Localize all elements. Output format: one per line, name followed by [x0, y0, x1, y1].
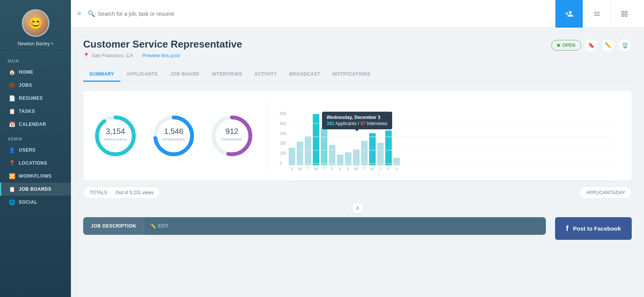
status-badge[interactable]: OPEN — [551, 40, 581, 51]
job-desc-header: JOB DESCRIPTION ✏️ EDIT — [83, 217, 546, 235]
bookmark-button[interactable]: 🔖 — [584, 38, 598, 52]
preview-link[interactable]: Preview this post — [142, 53, 180, 58]
svg-text:912: 912 — [225, 127, 238, 135]
job-description-card: JOB DESCRIPTION ✏️ EDIT — [83, 217, 546, 235]
main-section-label: Main — [0, 53, 71, 66]
edit-button[interactable]: ✏️ — [601, 38, 615, 52]
sidebar-item-users[interactable]: 👤 USERS — [0, 144, 71, 157]
add-user-button[interactable] — [555, 0, 583, 28]
interviews-stat: 1,546 INTERVIEWS — [151, 113, 197, 159]
location-icon: 📍 — [83, 53, 89, 58]
bar-7 — [337, 155, 343, 165]
totals-pill[interactable]: TOTALS · Out of 5,231 views — [83, 186, 160, 199]
home-icon: 🏠 — [9, 69, 15, 75]
tabs: SUMMARY APPLICANTS JOB BOARD INTERVIEWS … — [83, 68, 632, 82]
status-dot — [557, 44, 560, 47]
facebook-icon: f — [566, 224, 568, 233]
svg-point-1 — [97, 117, 134, 154]
bar-5 — [321, 128, 327, 165]
search-bar: 🔍 — [87, 10, 555, 17]
tooltip-val: 382 Applicants / 37 Interviews — [327, 121, 388, 126]
page-content: Customer Service Representative 📍 San Fr… — [71, 28, 644, 297]
tab-broadcast[interactable]: BROADCAST — [283, 68, 326, 82]
sidebar-item-workflows[interactable]: 🔀 WORKFLOWS — [0, 170, 71, 183]
collapse-row: ∧ — [83, 199, 632, 217]
locations-icon: 📍 — [9, 160, 15, 166]
interviews-donut: 1,546 INTERVIEWS — [151, 113, 197, 159]
forwards-donut: 912 FORWARDS — [209, 113, 255, 159]
topbar: ≡ 🔍 — [71, 0, 644, 28]
edit-description-button[interactable]: ✏️ EDIT — [144, 217, 175, 235]
menu-icon[interactable]: ≡ — [77, 10, 81, 18]
sidebar: 😊 Newton Barley ▾ Main 🏠 HOME 💼 JOBS 📄 R… — [0, 0, 71, 297]
applicants-stat: 3,154 APPLICANTS — [92, 113, 138, 159]
sidebar-item-social[interactable]: 🌐 SOCIAL — [0, 196, 71, 209]
bottom-section: JOB DESCRIPTION ✏️ EDIT f Post to Facebo… — [83, 217, 632, 240]
applicants-day-pill[interactable]: APPLICANTS/DAY — [580, 186, 632, 199]
svg-text:1,546: 1,546 — [164, 127, 183, 135]
sidebar-profile: 😊 Newton Barley ▾ — [0, 0, 71, 53]
resumes-icon: 📄 — [9, 95, 15, 101]
grid-view-button[interactable] — [610, 0, 638, 28]
job-header: Customer Service Representative 📍 San Fr… — [83, 38, 632, 58]
sidebar-item-calendar[interactable]: 📅 CALENDAR — [0, 118, 71, 131]
tab-interviews[interactable]: INTERVIEWS — [205, 68, 248, 82]
svg-text:FORWARDS: FORWARDS — [222, 138, 243, 141]
bar-11 — [369, 133, 376, 165]
bar-12 — [377, 143, 384, 165]
bar-9 — [353, 149, 360, 165]
applicants-donut: 3,154 APPLICANTS — [92, 113, 138, 159]
post-to-facebook-button[interactable]: f Post to Facebook — [555, 217, 632, 240]
list-view-button[interactable] — [583, 0, 610, 28]
bar-10 — [361, 141, 368, 165]
chart-tooltip: Wednesday, December 3 382 Applicants / 3… — [322, 112, 392, 129]
social-icon: 🌐 — [9, 199, 15, 205]
avatar: 😊 — [22, 9, 49, 37]
bar-2 — [297, 142, 303, 165]
job-description-tab[interactable]: JOB DESCRIPTION — [83, 217, 144, 235]
sidebar-nav: Main 🏠 HOME 💼 JOBS 📄 RESUMES 📋 TASKS 📅 C… — [0, 53, 71, 297]
bar-6 — [329, 145, 335, 165]
search-input[interactable] — [98, 11, 555, 17]
sidebar-item-locations[interactable]: 📍 LOCATIONS — [0, 157, 71, 170]
svg-text:APPLICANTS: APPLICANTS — [104, 138, 127, 141]
bar-13 — [385, 130, 392, 165]
collapse-button[interactable]: ∧ — [352, 202, 364, 214]
summary-controls: TOTALS · Out of 5,231 views APPLICANTS/D… — [83, 186, 632, 199]
svg-text:3,154: 3,154 — [106, 127, 125, 135]
sidebar-item-tasks[interactable]: 📋 TASKS — [0, 105, 71, 118]
tab-summary[interactable]: SUMMARY — [83, 68, 120, 82]
bar-8 — [345, 152, 352, 165]
tab-applicants[interactable]: APPLICANTS — [120, 68, 164, 82]
tab-activity[interactable]: ACTIVITY — [248, 68, 283, 82]
tasks-icon: 📋 — [9, 108, 15, 114]
calendar-icon: 📅 — [9, 121, 15, 127]
job-info: Customer Service Representative 📍 San Fr… — [83, 38, 242, 58]
workflows-icon: 🔀 — [9, 173, 15, 179]
sidebar-item-jobs[interactable]: 💼 JOBS — [0, 79, 71, 92]
chart-section: Wednesday, December 3 382 Applicants / 3… — [268, 100, 623, 171]
sidebar-item-resumes[interactable]: 📄 RESUMES — [0, 92, 71, 105]
job-title: Customer Service Representative — [83, 38, 242, 50]
pencil-icon: ✏️ — [150, 223, 156, 229]
stats-section: 3,154 APPLICANTS 1,546 INTERVIEWS — [92, 100, 268, 171]
sidebar-item-job-boards[interactable]: 📋 JOB BOARDS — [0, 183, 71, 196]
tab-job-board[interactable]: JOB BOARD — [164, 68, 206, 82]
svg-text:INTERVIEWS: INTERVIEWS — [162, 138, 185, 141]
location-text: San Francisco, CA — [92, 53, 133, 58]
job-location: 📍 San Francisco, CA · Preview this post — [83, 53, 242, 58]
tooltip-date: Wednesday, December 3 — [327, 115, 388, 120]
forwards-stat: 912 FORWARDS — [209, 113, 255, 159]
tooltip-applicants: 382 — [327, 121, 334, 126]
bar-1 — [289, 148, 295, 165]
delete-button[interactable]: 🗑️ — [618, 38, 632, 52]
search-icon: 🔍 — [87, 10, 95, 17]
job-actions: OPEN 🔖 ✏️ 🗑️ — [551, 38, 632, 52]
y-axis: 500 400 300 200 100 0 — [280, 112, 286, 165]
tab-notifications[interactable]: NOTIFICATIONS — [327, 68, 377, 82]
user-name[interactable]: Newton Barley ▾ — [18, 41, 54, 46]
topbar-actions — [555, 0, 638, 28]
chevron-down-icon: ▾ — [51, 41, 53, 46]
main-content: ≡ 🔍 — [71, 0, 644, 297]
sidebar-item-home[interactable]: 🏠 HOME — [0, 66, 71, 79]
